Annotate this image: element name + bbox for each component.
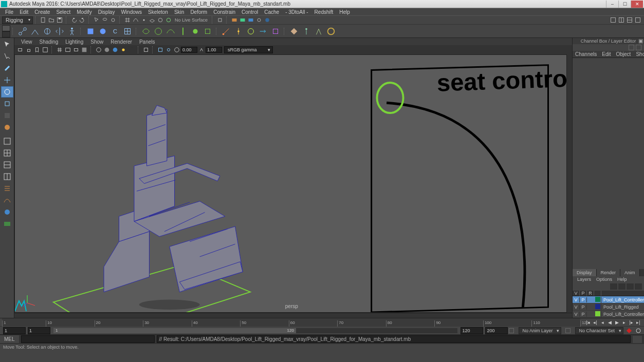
menu-constrain[interactable]: Constrain xyxy=(210,9,238,15)
menu-cache[interactable]: Cache xyxy=(261,9,282,15)
cmd-lang-label[interactable]: MEL xyxy=(0,335,19,343)
layer-row[interactable]: VPPool_Lift_Controllers xyxy=(573,311,644,318)
xray-icon[interactable] xyxy=(157,46,164,53)
playback-end-field[interactable] xyxy=(485,327,508,334)
step-fwd-icon[interactable]: ▸ xyxy=(620,319,628,326)
select-mode-icon[interactable] xyxy=(93,16,100,24)
layer-menu-help[interactable]: Help xyxy=(615,277,630,282)
time-slider[interactable]: 1102030405060708090100110120 |◂ ◂| ◂ ◀ ▶… xyxy=(0,318,644,326)
menu-skin[interactable]: Skin xyxy=(171,9,187,15)
blank-tool[interactable] xyxy=(1,230,13,241)
menu-edit[interactable]: Edit xyxy=(16,9,31,15)
lasso-icon[interactable] xyxy=(101,16,108,24)
render-view-icon[interactable] xyxy=(247,16,254,24)
step-fwd-key-icon[interactable]: |▸ xyxy=(628,319,635,326)
menu-modify[interactable]: Modify xyxy=(73,9,95,15)
outliner-icon[interactable] xyxy=(1,183,13,194)
layer-new-selected-icon[interactable] xyxy=(635,283,642,290)
select-tool[interactable] xyxy=(1,39,13,50)
shelf-human-icon[interactable] xyxy=(66,26,78,37)
render-settings-icon[interactable] xyxy=(255,16,263,24)
soft-select-tool[interactable] xyxy=(1,122,13,133)
cb-menu-object[interactable]: Object xyxy=(614,51,634,58)
panel-menu-lighting[interactable]: Lighting xyxy=(62,39,87,45)
shelf-orient-constraint-icon[interactable] xyxy=(245,26,256,37)
lock-camera-icon[interactable] xyxy=(25,46,32,53)
layer-playback-toggle[interactable]: P xyxy=(580,297,587,302)
exposure-icon[interactable] xyxy=(173,46,180,53)
render-frame-icon[interactable] xyxy=(231,16,238,24)
cb-menu-show[interactable]: Show xyxy=(633,51,644,58)
gamma-icon[interactable] xyxy=(198,46,205,53)
image-plane-icon[interactable] xyxy=(42,46,49,53)
layer-color-swatch[interactable] xyxy=(595,297,600,302)
shelf-point-constraint-icon[interactable] xyxy=(233,26,244,37)
anim-layer-dropdown[interactable]: No Anim Layer xyxy=(519,327,561,334)
move-tool[interactable] xyxy=(1,74,13,86)
layer-vis-toggle[interactable]: V xyxy=(573,297,580,302)
command-input[interactable] xyxy=(21,335,155,343)
close-button[interactable]: ✕ xyxy=(631,1,643,8)
layout-single-icon[interactable] xyxy=(1,136,13,147)
play-back-icon[interactable]: ◀ xyxy=(606,319,613,326)
shelf-hik-icon[interactable] xyxy=(313,26,324,37)
layer-row[interactable]: VPPool_Lift_Rigged xyxy=(573,303,644,311)
snap-point-icon[interactable] xyxy=(140,16,148,24)
anim-layer-check[interactable] xyxy=(509,328,514,333)
shelf-cluster-icon[interactable]: C xyxy=(109,26,121,37)
range-track[interactable]: 1120 xyxy=(53,328,457,333)
snap-live-icon[interactable] xyxy=(157,16,164,24)
isolate-icon[interactable] xyxy=(142,46,150,53)
gate-mask-icon[interactable] xyxy=(81,46,88,53)
toggle-live-icon[interactable] xyxy=(165,16,172,24)
panel-menu-renderer[interactable]: Renderer xyxy=(107,39,136,45)
shaded-icon[interactable] xyxy=(103,46,111,53)
cb-menu-edit[interactable]: Edit xyxy=(599,51,613,58)
shelf-paint-weights-icon[interactable] xyxy=(97,26,108,37)
graph-editor-icon[interactable] xyxy=(1,195,13,206)
shelf-aim-constraint-icon[interactable] xyxy=(257,26,269,37)
layout-two-v-icon[interactable] xyxy=(1,171,13,182)
menu-windows[interactable]: Windows xyxy=(118,9,145,15)
step-back-icon[interactable]: ◂ xyxy=(599,319,606,326)
menu-control[interactable]: Control xyxy=(238,9,261,15)
viewport-scroll-h[interactable] xyxy=(14,313,572,318)
xray-joints-icon[interactable] xyxy=(165,46,172,53)
layer-menu-layers[interactable]: Layers xyxy=(575,277,594,282)
layer-move-down-icon[interactable] xyxy=(618,283,625,290)
workspace-dropdown[interactable]: Rigging xyxy=(2,16,33,24)
auto-key-icon[interactable] xyxy=(625,327,633,334)
layer-playback-toggle[interactable]: P xyxy=(580,312,587,317)
shadows-icon[interactable] xyxy=(128,46,135,53)
cb-toggle1-icon[interactable] xyxy=(629,45,634,50)
viewport[interactable]: seat control persp xyxy=(14,54,567,313)
film-gate-icon[interactable] xyxy=(64,46,71,53)
shelf-quick-rig-icon[interactable] xyxy=(301,26,312,37)
hypershade-icon[interactable] xyxy=(264,16,271,24)
undo-icon[interactable] xyxy=(70,16,78,24)
toggle-panel1-icon[interactable] xyxy=(610,16,617,24)
layer-color-swatch[interactable] xyxy=(595,311,600,316)
character-set-dropdown[interactable]: No Character Set xyxy=(575,327,623,334)
step-back-key-icon[interactable]: ◂| xyxy=(592,319,599,326)
scale-tool[interactable] xyxy=(1,98,13,109)
layout-two-h-icon[interactable] xyxy=(1,159,13,170)
grid-toggle-icon[interactable] xyxy=(56,46,63,53)
shelf-parent-constraint-icon[interactable] xyxy=(220,26,232,37)
shelf-joint-icon[interactable] xyxy=(17,26,28,37)
panel-menu-show[interactable]: Show xyxy=(87,39,107,45)
layer-vis-toggle[interactable]: V xyxy=(573,304,580,310)
open-scene-icon[interactable] xyxy=(48,16,55,24)
layer-color-swatch[interactable] xyxy=(595,304,600,309)
menu-select[interactable]: Select xyxy=(53,9,73,15)
playback-start-field[interactable] xyxy=(3,327,26,334)
menu-redshift[interactable]: Redshift xyxy=(311,9,337,15)
lights-icon[interactable] xyxy=(120,46,127,53)
shelf-wrap-icon[interactable] xyxy=(153,26,164,37)
resolution-gate-icon[interactable] xyxy=(72,46,80,53)
layout-four-icon[interactable] xyxy=(1,147,13,159)
lasso-tool[interactable] xyxy=(1,51,13,62)
layer-new-empty-icon[interactable] xyxy=(627,283,634,290)
shelf-nonlinear-icon[interactable] xyxy=(177,26,189,37)
maximize-button[interactable]: ☐ xyxy=(618,1,631,8)
